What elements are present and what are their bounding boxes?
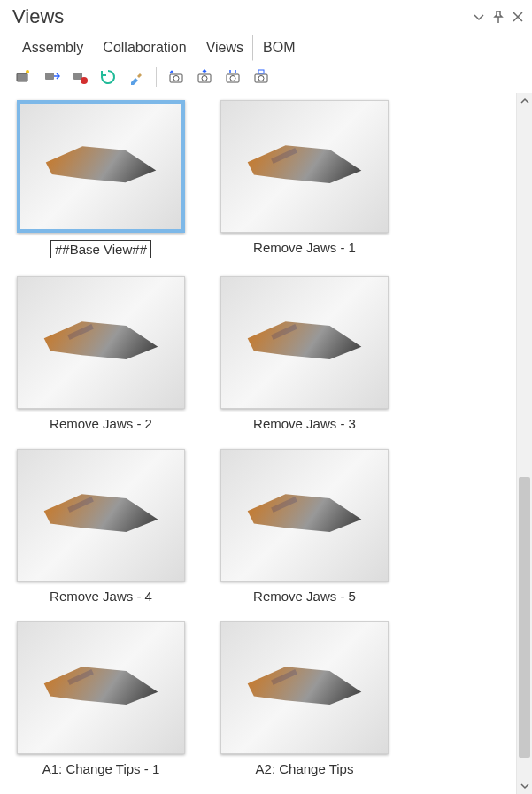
view-item[interactable]: A2: Change Tips [216,621,393,776]
view-item[interactable]: A1: Change Tips - 1 [12,621,189,776]
view-thumbnail[interactable] [17,449,185,582]
scroll-thumb[interactable] [519,477,530,759]
view-label: Remove Jaws - 1 [253,240,356,255]
tab-collaboration[interactable]: Collaboration [93,35,196,61]
toolbar-separator [156,67,157,87]
view-label: Remove Jaws - 4 [50,589,152,604]
view-item[interactable]: Remove Jaws - 2 [12,276,189,431]
new-view-icon[interactable] [12,66,34,88]
view-thumbnail[interactable] [220,276,389,409]
views-panel: Views Assembly Collaboration Views BOM [0,0,532,794]
brush-view-icon[interactable] [126,66,147,88]
view-thumbnail[interactable] [17,100,185,233]
svg-point-7 [173,76,179,81]
titlebar: Views [0,0,532,30]
camera-2-icon[interactable] [194,66,215,88]
view-label: A1: Change Tips - 1 [42,761,160,776]
refresh-view-icon[interactable] [97,66,119,88]
move-view-icon[interactable] [41,66,62,88]
view-item[interactable]: Remove Jaws - 4 [12,449,189,604]
view-item[interactable]: ##Base View## [12,100,189,258]
collapse-icon[interactable] [474,12,484,22]
record-view-icon[interactable] [69,66,90,88]
view-item[interactable]: Remove Jaws - 3 [216,276,393,431]
svg-point-13 [258,76,264,81]
view-label: Remove Jaws - 5 [253,589,356,604]
camera-3-icon[interactable] [222,66,243,88]
svg-point-2 [26,70,29,73]
svg-point-11 [230,76,235,81]
view-thumbnail[interactable] [220,621,389,754]
svg-rect-14 [258,70,264,73]
camera-1-icon[interactable] [166,66,187,88]
view-label: Remove Jaws - 2 [50,416,152,431]
view-label: A2: Change Tips [256,761,354,776]
view-label: Remove Jaws - 3 [253,416,356,431]
toolbar [0,61,532,93]
views-grid: ##Base View## Remove Jaws - 1 Remove Jaw… [0,93,516,794]
svg-rect-0 [17,73,27,81]
view-item[interactable]: Remove Jaws - 5 [216,449,393,604]
scroll-down-icon[interactable] [517,778,532,794]
svg-rect-4 [73,73,82,80]
window-controls [474,11,523,23]
vertical-scrollbar[interactable] [516,93,532,794]
content-wrap: ##Base View## Remove Jaws - 1 Remove Jaw… [0,93,532,794]
camera-4-icon[interactable] [251,66,272,88]
tab-views[interactable]: Views [197,35,253,61]
close-icon[interactable] [513,12,523,22]
scroll-up-icon[interactable] [517,93,532,109]
view-thumbnail[interactable] [220,100,389,233]
view-thumbnail[interactable] [220,449,389,582]
svg-rect-3 [45,73,54,80]
tab-bar: Assembly Collaboration Views BOM [0,30,532,61]
view-thumbnail[interactable] [17,621,185,754]
view-label-edit[interactable]: ##Base View## [50,240,151,258]
scroll-track[interactable] [517,109,532,778]
view-thumbnail[interactable] [17,276,185,409]
tab-assembly[interactable]: Assembly [12,35,93,61]
view-item[interactable]: Remove Jaws - 1 [216,100,393,258]
panel-title: Views [12,5,64,28]
svg-point-9 [202,76,207,81]
svg-point-5 [81,77,88,84]
pin-icon[interactable] [493,11,504,23]
tab-bom[interactable]: BOM [253,35,305,61]
